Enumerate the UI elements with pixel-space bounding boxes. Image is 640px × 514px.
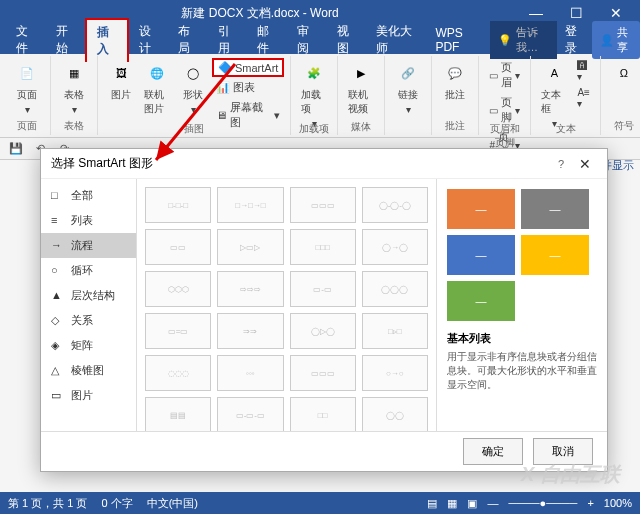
smartart-thumb[interactable]: ○→○ bbox=[362, 355, 428, 391]
category-关系[interactable]: ◇关系 bbox=[41, 308, 136, 333]
tab-design[interactable]: 设计 bbox=[129, 19, 169, 61]
category-矩阵[interactable]: ◈矩阵 bbox=[41, 333, 136, 358]
smartart-thumb[interactable]: ▷▭▷ bbox=[217, 229, 283, 265]
tab-beautify[interactable]: 美化大师 bbox=[366, 19, 425, 61]
addin-button[interactable]: 🧩加载项▾ bbox=[297, 58, 331, 131]
tab-review[interactable]: 审阅 bbox=[287, 19, 327, 61]
online-picture-button[interactable]: 🌐联机图片 bbox=[140, 58, 174, 118]
smartart-thumb[interactable]: ▭=▭ bbox=[145, 313, 211, 349]
dropcap-button[interactable]: A≡ ▾ bbox=[573, 85, 594, 111]
category-循环[interactable]: ○循环 bbox=[41, 258, 136, 283]
category-图片[interactable]: ▭图片 bbox=[41, 383, 136, 408]
preview-chip: — bbox=[447, 281, 515, 321]
smartart-thumb[interactable]: ◯◯ bbox=[362, 397, 428, 431]
thumbnail-grid: □-□-□□→□→□▭▭▭◯-◯-◯▭▭▷▭▷□□□◯→◯⬡⬡⬡⇨⇨⇨▭-▭◯◯… bbox=[137, 179, 437, 431]
view-readmode-icon[interactable]: ▤ bbox=[427, 497, 437, 510]
table-button[interactable]: ▦表格▾ bbox=[57, 58, 91, 117]
screenshot-button[interactable]: 🖥屏幕截图▾ bbox=[212, 98, 284, 132]
smartart-thumb[interactable]: ▭▭▭ bbox=[290, 187, 356, 223]
zoom-out-button[interactable]: — bbox=[487, 497, 498, 509]
textbox-button[interactable]: A文本框▾ bbox=[537, 58, 571, 131]
word-count[interactable]: 0 个字 bbox=[101, 496, 132, 511]
screenshot-icon: 🖥 bbox=[216, 109, 227, 121]
online-picture-icon: 🌐 bbox=[144, 60, 170, 86]
view-web-icon[interactable]: ▣ bbox=[467, 497, 477, 510]
smartart-icon: 🔷 bbox=[218, 61, 232, 74]
category-icon: ▭ bbox=[51, 389, 65, 403]
chart-icon: 📊 bbox=[216, 81, 230, 94]
login-button[interactable]: 登录 bbox=[557, 19, 593, 61]
share-icon: 👤 bbox=[600, 34, 614, 47]
category-list: □全部≡列表→流程○循环▲层次结构◇关系◈矩阵△棱锥图▭图片 bbox=[41, 179, 137, 431]
chart-button[interactable]: 📊图表 bbox=[212, 78, 284, 97]
smartart-thumb[interactable]: ◦◦◦ bbox=[217, 355, 283, 391]
category-icon: □ bbox=[51, 189, 65, 203]
zoom-level[interactable]: 100% bbox=[604, 497, 632, 509]
cancel-button[interactable]: 取消 bbox=[533, 438, 593, 465]
tab-home[interactable]: 开始 bbox=[46, 19, 86, 61]
header-button[interactable]: ▭ 页眉 ▾ bbox=[485, 58, 524, 92]
category-列表[interactable]: ≡列表 bbox=[41, 208, 136, 233]
share-button[interactable]: 👤共享 bbox=[592, 21, 640, 59]
tab-file[interactable]: 文件 bbox=[6, 19, 46, 61]
smartart-thumb[interactable]: ⇒⇒ bbox=[217, 313, 283, 349]
smartart-thumb[interactable]: ◯-◯-◯ bbox=[362, 187, 428, 223]
smartart-thumb[interactable]: □□ bbox=[290, 397, 356, 431]
category-棱锥图[interactable]: △棱锥图 bbox=[41, 358, 136, 383]
tab-wpspdf[interactable]: WPS PDF bbox=[425, 22, 490, 58]
smartart-thumb[interactable]: ▭-▭ bbox=[290, 271, 356, 307]
link-button[interactable]: 🔗链接▾ bbox=[391, 58, 425, 117]
smartart-button[interactable]: 🔷SmartArt bbox=[212, 58, 284, 77]
smartart-thumb[interactable]: ⇨⇨⇨ bbox=[217, 271, 283, 307]
category-icon: ≡ bbox=[51, 214, 65, 228]
textbox-icon: A bbox=[541, 60, 567, 86]
tab-references[interactable]: 引用 bbox=[208, 19, 248, 61]
category-icon: ◇ bbox=[51, 314, 65, 328]
smartart-thumb[interactable]: □▹□ bbox=[362, 313, 428, 349]
tab-mailings[interactable]: 邮件 bbox=[247, 19, 287, 61]
page-button[interactable]: 📄页面▾ bbox=[10, 58, 44, 117]
dialog-close-button[interactable]: ✕ bbox=[573, 156, 597, 172]
table-icon: ▦ bbox=[61, 60, 87, 86]
picture-button[interactable]: 🖼图片 bbox=[104, 58, 138, 104]
link-icon: 🔗 bbox=[395, 60, 421, 86]
page-count[interactable]: 第 1 页，共 1 页 bbox=[8, 496, 87, 511]
smartart-thumb[interactable]: ◯▷◯ bbox=[290, 313, 356, 349]
tell-me-search[interactable]: 💡告诉我… bbox=[490, 21, 557, 59]
preview-description: 用于显示非有序信息块或者分组信息块。可最大化形状的水平和垂直显示空间。 bbox=[447, 350, 597, 392]
online-video-button[interactable]: ▶联机视频 bbox=[344, 58, 378, 118]
dialog-help-button[interactable]: ? bbox=[549, 158, 573, 170]
comment-button[interactable]: 💬批注 bbox=[438, 58, 472, 104]
category-层次结构[interactable]: ▲层次结构 bbox=[41, 283, 136, 308]
smartart-thumb[interactable]: ◌◌◌ bbox=[145, 355, 211, 391]
smartart-thumb[interactable]: ▭▭▭ bbox=[290, 355, 356, 391]
zoom-slider[interactable]: ────●──── bbox=[508, 497, 577, 509]
preview-pane: ————— 基本列表 用于显示非有序信息块或者分组信息块。可最大化形状的水平和垂… bbox=[437, 179, 607, 431]
smartart-thumb[interactable]: ◯→◯ bbox=[362, 229, 428, 265]
smartart-thumb[interactable]: ▭-▭-▭ bbox=[217, 397, 283, 431]
smartart-thumb[interactable]: ◯◯◯ bbox=[362, 271, 428, 307]
preview-chip: — bbox=[447, 189, 515, 229]
wordart-button[interactable]: 🅰 ▾ bbox=[573, 58, 594, 84]
save-icon[interactable]: 💾 bbox=[8, 141, 24, 157]
ok-button[interactable]: 确定 bbox=[463, 438, 523, 465]
smartart-thumb[interactable]: ⬡⬡⬡ bbox=[145, 271, 211, 307]
smartart-thumb[interactable]: ▭▭ bbox=[145, 229, 211, 265]
page-icon: 📄 bbox=[14, 60, 40, 86]
shapes-button[interactable]: ◯形状▾ bbox=[176, 58, 210, 117]
zoom-in-button[interactable]: + bbox=[587, 497, 593, 509]
ribbon-tabs: 文件 开始 插入 设计 布局 引用 邮件 审阅 视图 美化大师 WPS PDF … bbox=[0, 26, 640, 54]
tab-view[interactable]: 视图 bbox=[327, 19, 367, 61]
shapes-icon: ◯ bbox=[180, 60, 206, 86]
smartart-thumb[interactable]: □-□-□ bbox=[145, 187, 211, 223]
symbol-button[interactable]: Ω bbox=[607, 58, 640, 88]
tab-layout[interactable]: 布局 bbox=[168, 19, 208, 61]
category-icon: → bbox=[51, 239, 65, 253]
view-print-icon[interactable]: ▦ bbox=[447, 497, 457, 510]
category-流程[interactable]: →流程 bbox=[41, 233, 136, 258]
category-全部[interactable]: □全部 bbox=[41, 183, 136, 208]
language-status[interactable]: 中文(中国) bbox=[147, 496, 198, 511]
smartart-thumb[interactable]: ▤▤ bbox=[145, 397, 211, 431]
smartart-thumb[interactable]: □□□ bbox=[290, 229, 356, 265]
smartart-thumb[interactable]: □→□→□ bbox=[217, 187, 283, 223]
